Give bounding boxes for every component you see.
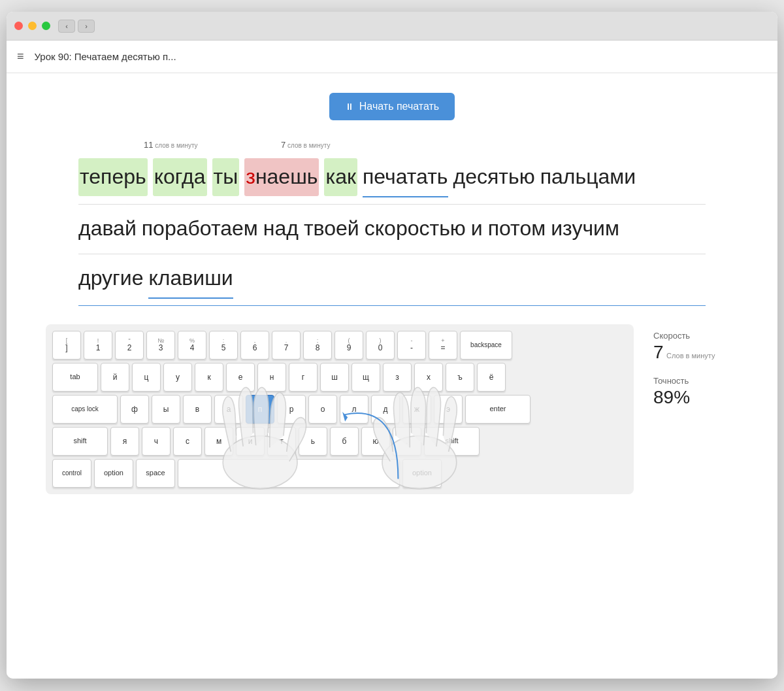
- key-enter[interactable]: enter: [465, 395, 531, 424]
- key-ф[interactable]: ф: [120, 395, 149, 424]
- key-shift-right[interactable]: shift: [424, 427, 480, 456]
- word-скоростью: скоростью: [365, 210, 466, 248]
- key-з[interactable]: з: [383, 363, 412, 392]
- key-row-bottom: shift я ч с м и т ь б ю . shift: [52, 427, 627, 456]
- key-6[interactable]: ,6: [240, 331, 269, 360]
- key-х[interactable]: х: [414, 363, 443, 392]
- app-window: ‹ › ≡ Урок 90: Печатаем десятью п... ⏸ Н…: [7, 12, 777, 679]
- key-row-home: caps lock ф ы в а п р о л д ж э: [52, 395, 627, 424]
- key-е[interactable]: е: [226, 363, 255, 392]
- key-э[interactable]: э: [434, 395, 463, 424]
- key-minus[interactable]: --: [397, 331, 426, 360]
- key-spacebar[interactable]: [178, 459, 400, 488]
- app-content: ≡ Урок 90: Печатаем десятью п... ⏸ Начат…: [7, 41, 777, 679]
- keyboard: [] !1 "2 №3 %4 :5 ,6 .7 ;8 (9 )0 --: [46, 324, 634, 494]
- nav-arrows: ‹ ›: [58, 20, 95, 33]
- key-bracket[interactable]: []: [52, 331, 81, 360]
- key-й[interactable]: й: [101, 363, 129, 392]
- speed-label: Скорость: [653, 331, 738, 341]
- key-о[interactable]: о: [308, 395, 337, 424]
- key-с[interactable]: с: [173, 427, 202, 456]
- key-row-modifiers: control option space option: [52, 459, 627, 488]
- key-и[interactable]: и: [236, 427, 265, 456]
- key-0[interactable]: )0: [366, 331, 395, 360]
- titlebar: ‹ ›: [7, 12, 777, 41]
- key-row-top: tab й ц у к е н г ш щ з х ъ: [52, 363, 627, 392]
- speed-value: 7: [653, 342, 664, 362]
- key-п[interactable]: п: [246, 395, 274, 424]
- traffic-lights: [14, 22, 50, 30]
- key-9[interactable]: (9: [335, 331, 363, 360]
- key-ё[interactable]: ё: [477, 363, 506, 392]
- forward-button[interactable]: ›: [78, 20, 95, 33]
- keyboard-wrapper: [] !1 "2 №3 %4 :5 ,6 .7 ;8 (9 )0 --: [46, 324, 634, 494]
- start-typing-button[interactable]: ⏸ Начать печатать: [329, 93, 455, 120]
- key-б[interactable]: б: [330, 427, 359, 456]
- close-button[interactable]: [14, 22, 23, 30]
- key-2[interactable]: "2: [115, 331, 144, 360]
- key-space-left[interactable]: space: [136, 459, 175, 488]
- key-3[interactable]: №3: [146, 331, 175, 360]
- text-line-2: давай поработаем над твоей скоростью и п…: [78, 210, 706, 255]
- key-tab[interactable]: tab: [52, 363, 98, 392]
- word-твоей: твоей: [304, 210, 359, 248]
- key-dot[interactable]: .: [393, 427, 421, 456]
- key-т[interactable]: т: [267, 427, 296, 456]
- key-н[interactable]: н: [257, 363, 286, 392]
- key-а[interactable]: а: [214, 395, 243, 424]
- app-header: ≡ Урок 90: Печатаем десятью п...: [7, 41, 777, 73]
- key-в[interactable]: в: [183, 395, 212, 424]
- word-поработаем: поработаем: [142, 210, 258, 248]
- word-теперь: теперь: [78, 158, 148, 196]
- stats-panel: Скорость 7 Слов в минуту Точность 89%: [653, 324, 738, 408]
- word-над: над: [263, 210, 299, 248]
- word-клавиши: клавиши: [148, 260, 233, 299]
- key-л[interactable]: л: [340, 395, 368, 424]
- speed-stat: Скорость 7 Слов в минуту: [653, 331, 738, 363]
- word-десятью: десятью: [453, 158, 535, 196]
- key-8[interactable]: ;8: [303, 331, 332, 360]
- key-7[interactable]: .7: [272, 331, 301, 360]
- key-capslock[interactable]: caps lock: [52, 395, 118, 424]
- text-line-3: другие клавиши: [78, 260, 706, 306]
- word-другие: другие: [78, 260, 143, 297]
- back-button[interactable]: ‹: [58, 20, 75, 33]
- key-у[interactable]: у: [163, 363, 192, 392]
- word-давай: давай: [78, 210, 137, 248]
- minimize-button[interactable]: [28, 22, 37, 30]
- page-title: Урок 90: Печатаем десятью п...: [35, 51, 176, 62]
- maximize-button[interactable]: [42, 22, 50, 30]
- key-ш[interactable]: ш: [320, 363, 349, 392]
- key-я[interactable]: я: [110, 427, 139, 456]
- speed-indicator-2: 7 слов в минуту: [281, 140, 330, 150]
- key-4[interactable]: %4: [178, 331, 206, 360]
- key-к[interactable]: к: [195, 363, 223, 392]
- key-shift-left[interactable]: shift: [52, 427, 108, 456]
- key-ь[interactable]: ь: [299, 427, 327, 456]
- key-р[interactable]: р: [277, 395, 306, 424]
- speed-indicator-1: 11 слов в минуту: [144, 140, 198, 150]
- key-ъ[interactable]: ъ: [446, 363, 474, 392]
- key-ы[interactable]: ы: [152, 395, 180, 424]
- key-option-right[interactable]: option: [402, 459, 442, 488]
- menu-icon[interactable]: ≡: [17, 50, 24, 63]
- key-5[interactable]: :5: [209, 331, 238, 360]
- word-когда: когда: [153, 158, 207, 196]
- key-ж[interactable]: ж: [402, 395, 431, 424]
- key-ю[interactable]: ю: [361, 427, 390, 456]
- key-г[interactable]: г: [289, 363, 318, 392]
- key-equals[interactable]: +=: [429, 331, 457, 360]
- key-щ[interactable]: щ: [351, 363, 380, 392]
- key-backspace[interactable]: backspace: [460, 331, 512, 360]
- key-row-numbers: [] !1 "2 №3 %4 :5 ,6 .7 ;8 (9 )0 --: [52, 331, 627, 360]
- word-знаешь: знаешь: [244, 158, 319, 196]
- key-м[interactable]: м: [204, 427, 233, 456]
- key-control[interactable]: control: [52, 459, 91, 488]
- key-д[interactable]: д: [371, 395, 400, 424]
- key-1[interactable]: !1: [84, 331, 112, 360]
- key-ц[interactable]: ц: [132, 363, 161, 392]
- word-пальцами: пальцами: [540, 158, 636, 196]
- key-ч[interactable]: ч: [142, 427, 171, 456]
- key-option-left[interactable]: option: [94, 459, 133, 488]
- word-потом: потом: [488, 210, 546, 248]
